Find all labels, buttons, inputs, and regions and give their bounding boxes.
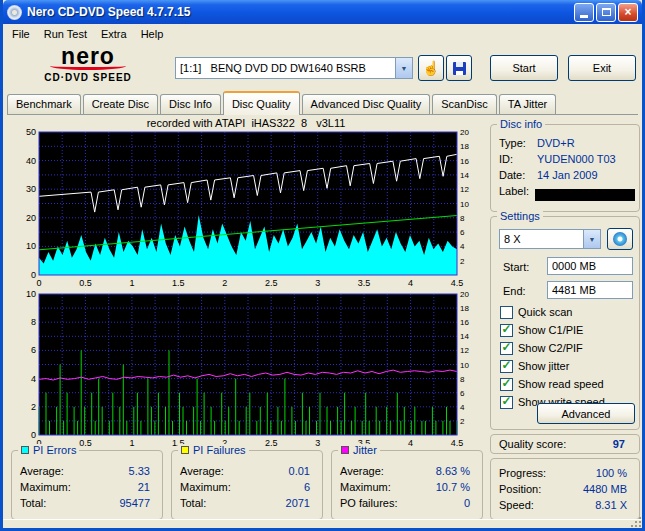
- minimize-icon: [580, 15, 588, 18]
- tab-create-disc[interactable]: Create Disc: [83, 94, 158, 114]
- svg-text:4: 4: [460, 242, 465, 251]
- tab-disc-quality[interactable]: Disc Quality: [223, 91, 300, 115]
- tab-ta-jitter[interactable]: TA Jitter: [499, 94, 557, 114]
- show-jitter-checkbox[interactable]: ✓: [500, 360, 513, 373]
- svg-text:0: 0: [36, 278, 41, 288]
- svg-text:4.5: 4.5: [451, 278, 464, 288]
- disc-info-panel: Disc info Type:DVD+R ID:YUDEN000 T03 Dat…: [490, 124, 640, 212]
- advanced-button[interactable]: Advanced: [537, 403, 635, 424]
- svg-text:16: 16: [460, 318, 469, 327]
- save-icon: [453, 62, 466, 75]
- show-c2-pif-checkbox[interactable]: ✓: [500, 342, 513, 355]
- svg-text:2.5: 2.5: [265, 438, 278, 448]
- pi-errors-title: PI Errors: [33, 444, 76, 456]
- svg-text:10: 10: [460, 361, 469, 370]
- disc-type-value: DVD+R: [537, 137, 575, 149]
- jitter-title: Jitter: [353, 444, 377, 456]
- dropdown-arrow-icon[interactable]: ▼: [395, 58, 412, 78]
- pi-failures-panel: PI Failures Average:0.01 Maximum:6 Total…: [171, 450, 323, 520]
- svg-text:8: 8: [31, 317, 36, 327]
- menu-run-test[interactable]: Run Test: [37, 26, 94, 42]
- start-position-field[interactable]: 0000 MB: [547, 257, 633, 275]
- status-bar: [3, 519, 642, 528]
- save-button[interactable]: [446, 55, 472, 81]
- quality-score-label: Quality score:: [499, 438, 566, 450]
- nero-brand-text: nero: [7, 46, 169, 67]
- quick-scan-checkbox[interactable]: ✓: [500, 306, 513, 319]
- svg-text:2: 2: [460, 257, 465, 266]
- show-write-speed-checkbox[interactable]: ✓: [500, 396, 513, 409]
- check-icon: ✓: [501, 377, 511, 389]
- maximize-button[interactable]: [596, 3, 616, 22]
- checkbox-show-c2-pif[interactable]: ✓ Show C2/PIF: [500, 341, 583, 355]
- end-position-label: End:: [503, 285, 526, 297]
- disc-id-value: YUDEN000 T03: [537, 153, 616, 165]
- close-button[interactable]: ×: [618, 3, 638, 22]
- pi-errors-legend-swatch: [21, 446, 29, 454]
- checkbox-show-c1-pie[interactable]: ✓ Show C1/PIE: [500, 323, 583, 337]
- svg-text:4: 4: [408, 438, 413, 448]
- minimize-button[interactable]: [574, 3, 594, 22]
- svg-text:2.5: 2.5: [265, 278, 278, 288]
- checkbox-show-jitter[interactable]: ✓ Show jitter: [500, 359, 569, 373]
- pi-failures-jitter-chart: 00.511.522.533.544.502468102468101214161…: [9, 291, 483, 449]
- speed-label: Speed:: [499, 499, 534, 511]
- menu-extra[interactable]: Extra: [94, 26, 134, 42]
- disc-label-value: [535, 189, 635, 201]
- svg-text:4.5: 4.5: [451, 438, 464, 448]
- svg-text:14: 14: [460, 171, 469, 180]
- position-label: Position:: [499, 483, 541, 495]
- options-button[interactable]: ☝: [418, 55, 444, 81]
- svg-text:2: 2: [31, 402, 36, 412]
- speed-dropdown-arrow-icon[interactable]: ▼: [583, 230, 600, 248]
- svg-text:20: 20: [460, 291, 469, 299]
- jitter-average: 8.63 %: [436, 465, 470, 477]
- svg-text:1: 1: [129, 278, 134, 288]
- svg-text:4: 4: [31, 374, 36, 384]
- menu-bar: File Run Test Extra Help: [3, 24, 642, 44]
- tab-advanced-disc-quality[interactable]: Advanced Disc Quality: [302, 94, 431, 114]
- recording-drive-caption: recorded with ATAPI iHAS322 8 v3L11: [9, 117, 483, 129]
- start-button[interactable]: Start: [490, 55, 558, 81]
- svg-text:3.5: 3.5: [358, 278, 371, 288]
- disc-date-value: 14 Jan 2009: [537, 169, 598, 181]
- end-position-field[interactable]: 4481 MB: [547, 281, 633, 299]
- speed-selector[interactable]: 8 X ▼: [499, 229, 601, 249]
- tab-disc-info[interactable]: Disc Info: [160, 94, 221, 114]
- svg-text:6: 6: [31, 345, 36, 355]
- menu-help[interactable]: Help: [134, 26, 171, 42]
- svg-text:3: 3: [315, 438, 320, 448]
- jitter-maximum: 10.7 %: [436, 481, 470, 493]
- exit-button[interactable]: Exit: [568, 55, 636, 81]
- svg-text:2: 2: [222, 278, 227, 288]
- svg-text:10: 10: [26, 241, 36, 251]
- svg-text:10: 10: [26, 291, 36, 299]
- refresh-speeds-button[interactable]: [607, 228, 633, 250]
- svg-text:4: 4: [460, 403, 465, 412]
- hand-icon: ☝: [422, 60, 439, 76]
- window-title: Nero CD-DVD Speed 4.7.7.15: [27, 5, 572, 19]
- app-icon: [7, 5, 22, 20]
- tab-scandisc[interactable]: ScanDisc: [432, 94, 496, 114]
- app-window: Nero CD-DVD Speed 4.7.7.15 × File Run Te…: [0, 0, 645, 531]
- pi-errors-maximum: 21: [138, 481, 150, 493]
- menu-file[interactable]: File: [5, 26, 37, 42]
- drive-selector[interactable]: [1:1] BENQ DVD DD DW1640 BSRB ▼: [175, 57, 413, 79]
- resize-grip[interactable]: [631, 517, 641, 527]
- pi-errors-panel: PI Errors Average:5.33 Maximum:21 Total:…: [11, 450, 163, 520]
- check-icon: ✓: [501, 359, 511, 371]
- checkbox-show-read-speed[interactable]: ✓ Show read speed: [500, 377, 604, 391]
- title-bar: Nero CD-DVD Speed 4.7.7.15 ×: [3, 0, 642, 24]
- position-value: 4480 MB: [583, 483, 627, 495]
- svg-text:0.5: 0.5: [79, 438, 92, 448]
- show-read-speed-checkbox[interactable]: ✓: [500, 378, 513, 391]
- tab-benchmark[interactable]: Benchmark: [7, 94, 81, 114]
- svg-text:1.5: 1.5: [172, 278, 185, 288]
- svg-text:30: 30: [26, 184, 36, 194]
- svg-text:20: 20: [460, 129, 469, 137]
- checkbox-quick-scan[interactable]: ✓ Quick scan: [500, 305, 572, 319]
- svg-text:4: 4: [408, 278, 413, 288]
- show-c1-pie-checkbox[interactable]: ✓: [500, 324, 513, 337]
- svg-text:12: 12: [460, 185, 469, 194]
- disc-type-label: Type:: [499, 137, 526, 149]
